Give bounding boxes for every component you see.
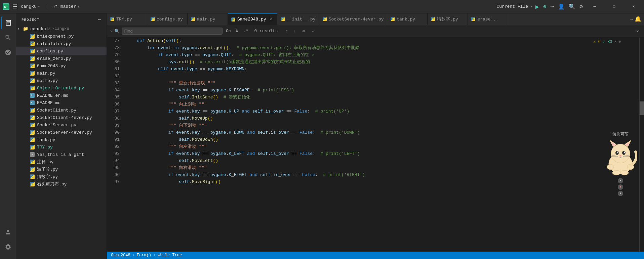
titlebar-left: C ☰ cangku | ⎇ master — [3, 3, 494, 10]
py-file-icon: 🐍 — [30, 71, 35, 76]
run-button[interactable]: ▶ — [535, 3, 539, 10]
file-shi-tou[interactable]: ▸ 🐍 石头剪刀布.py — [16, 180, 107, 188]
file-motto[interactable]: ▸ 🐍 motto.py — [16, 77, 107, 84]
file-bmiexponent[interactable]: ▸ 🐍 bmiexponent.py — [16, 33, 107, 40]
file-readme-en[interactable]: ▸ M↓ README.en.md — [16, 92, 107, 99]
activity-settings[interactable] — [1, 240, 15, 254]
tab-close-game2048[interactable]: ✕ — [268, 17, 274, 22]
file-socketserver[interactable]: ▸ 🐍 SocketServer.py — [16, 121, 107, 129]
file-erase-zero[interactable]: ▸ 🐍 erase_zero.py — [16, 55, 107, 62]
activity-git[interactable] — [1, 46, 15, 59]
tab-init[interactable]: 🐍 __init__.py — [277, 13, 319, 25]
py-file-icon: 🐍 — [30, 174, 35, 179]
file-you-zi-yin[interactable]: ▸ 🐍 游子吟.py — [16, 166, 107, 173]
file-object-oriented[interactable]: ▸ 🐍 Object Oriented.py — [16, 84, 107, 92]
tab-socketserver-4ever[interactable]: 🐍 SocketServer-4ever.py — [319, 13, 388, 25]
mascot-btn-1[interactable]: ● — [618, 178, 623, 183]
breadcrumb-part-1[interactable]: Game2048 — [111, 253, 130, 258]
maximize-button[interactable]: ❐ — [606, 0, 622, 13]
tabs-actions: ⋯ 🔔 — [631, 16, 644, 23]
branch-name[interactable]: master — [61, 4, 80, 9]
minimize-button[interactable]: — — [587, 0, 602, 13]
find-regex-button[interactable]: .* — [242, 28, 249, 35]
file-cai-shu-zi[interactable]: ▸ 🐍 猜数字.py — [16, 173, 107, 180]
file-socketclient-4ever[interactable]: ▸ 🐍 SocketClient-4ever.py — [16, 114, 107, 121]
find-input[interactable] — [124, 29, 220, 34]
global-search-icon[interactable]: 🔍 — [569, 3, 575, 10]
ok-count: ✓ 33 — [603, 39, 612, 44]
code-content[interactable]: def Action(self): for event in pygame.ev… — [124, 37, 639, 252]
tab-cai-shu-zi[interactable]: 🐍 猜数字.py — [428, 13, 468, 25]
find-expand-icon[interactable]: › — [110, 29, 112, 34]
find-whole-word-button[interactable]: W — [233, 28, 241, 35]
editor-scrollbar-thumb[interactable] — [640, 101, 644, 115]
code-line-93: if event.key == pygame.K_LEFT and self.i… — [126, 150, 639, 157]
warning-count[interactable]: ⚠ 6 — [593, 39, 601, 44]
editor-area: 🐍 TRY.py 🐍 configs.py 🐍 main.py 🐍 Game20… — [107, 13, 644, 259]
py-file-icon: 🐍 — [30, 34, 35, 39]
py-icon: 🐍 — [471, 17, 475, 21]
breadcrumb-part-3[interactable]: while True — [158, 253, 182, 258]
problems-chevron-up[interactable]: ∧ — [614, 39, 617, 44]
file-gift[interactable]: ▸ ≡ Yes,this is a gift — [16, 151, 107, 158]
mascot-panel: 装饰可萌 — [604, 131, 637, 196]
svg-point-11 — [624, 152, 625, 153]
code-line-97: self.MoveRight() — [126, 178, 639, 185]
find-filter-button[interactable]: ⊕ — [300, 28, 308, 35]
app-icon: C — [3, 3, 9, 10]
py-file-icon: 🐍 — [30, 167, 35, 172]
close-button[interactable]: ✕ — [626, 0, 641, 13]
tabs-more-button[interactable]: ⋯ — [631, 16, 633, 22]
problems-chevron-down[interactable]: ∨ — [619, 39, 621, 44]
file-tank[interactable]: ▸ 🐍 tank.py — [16, 136, 107, 143]
file-try[interactable]: ▸ 🐍 TRY.py — [16, 143, 107, 151]
file-main[interactable]: ▸ 🐍 main.py — [16, 70, 107, 77]
mascot-btn-2[interactable]: ♥ — [618, 184, 623, 190]
tab-erase[interactable]: 🐍 erase... — [468, 13, 508, 25]
debug-icon[interactable]: ⊕ — [543, 3, 547, 10]
activity-account[interactable] — [1, 225, 15, 239]
tab-try[interactable]: 🐍 TRY.py — [107, 13, 147, 25]
settings-icon[interactable]: ⚙ — [579, 3, 583, 10]
code-line-83: """ 重新开始游戏 """ — [126, 80, 639, 87]
file-game2048[interactable]: ▸ 🐍 Game2048.py — [16, 62, 107, 70]
find-close-button[interactable]: ✕ — [634, 28, 641, 35]
py-file-icon: 🐍 — [30, 122, 35, 128]
line-numbers: 77 78 79 80 81 82 83 84 85 86 87 88 89 9… — [107, 37, 124, 252]
sidebar-tree[interactable]: ▾ 📁 cangku D:\cangku ▸ 🐍 bmiexponent.py … — [16, 25, 107, 259]
code-line-92: """ 向左滑动 """ — [126, 143, 639, 150]
root-folder[interactable]: ▾ 📁 cangku D:\cangku — [16, 25, 107, 33]
find-prev-button[interactable]: ↑ — [283, 28, 290, 35]
tab-configs[interactable]: 🐍 configs.py — [147, 13, 188, 25]
file-configs[interactable]: ▸ 🐍 configs.py — [16, 47, 107, 55]
py-icon: 🐍 — [151, 17, 155, 21]
notifications-icon[interactable]: 🔔 — [635, 16, 641, 23]
find-next-button[interactable]: ↓ — [291, 28, 298, 35]
editor-scrollbar[interactable] — [639, 37, 644, 252]
mascot-btn-3[interactable]: ● — [618, 191, 623, 196]
workspace-name[interactable]: cangku — [21, 4, 40, 9]
tab-main[interactable]: 🐍 main.py — [188, 13, 228, 25]
activity-files[interactable] — [1, 16, 15, 30]
find-nav: ↑ ↓ — [283, 28, 298, 35]
tab-tank[interactable]: 🐍 tank.py — [387, 13, 428, 25]
tab-game2048[interactable]: 🐍 Game2048.py ✕ — [228, 13, 277, 25]
py-icon: 🐍 — [391, 17, 395, 21]
file-zhu-shi[interactable]: ▸ 🐍 注释.py — [16, 158, 107, 166]
file-calculator[interactable]: ▸ 🐍 calculator.py — [16, 40, 107, 47]
find-case-sensitive-button[interactable]: Cc — [225, 28, 232, 35]
more-options-button[interactable]: ⋯ — [551, 3, 554, 10]
file-socketclient[interactable]: ▸ 🐍 SocketClient.py — [16, 106, 107, 114]
activity-search[interactable] — [1, 31, 15, 44]
workspace-dropdown-icon — [38, 5, 40, 9]
find-more-button[interactable]: ⋯ — [310, 28, 317, 35]
code-line-95: """ 向右滑动 """ — [126, 164, 639, 171]
code-line-87: if event.key == pygame.K_UP and self.is_… — [126, 108, 639, 115]
code-line-89: """ 向下划动 """ — [126, 122, 639, 129]
account-icon[interactable]: 👤 — [558, 3, 565, 10]
file-readme[interactable]: ▸ M↓ README.md — [16, 99, 107, 106]
file-socketserver-4ever[interactable]: ▸ 🐍 SocketServer-4ever.py — [16, 129, 107, 136]
py-file-icon: 🐍 — [30, 56, 35, 61]
breadcrumb-part-2[interactable]: Form() — [137, 253, 151, 258]
hamburger-icon[interactable]: ☰ — [13, 3, 17, 10]
